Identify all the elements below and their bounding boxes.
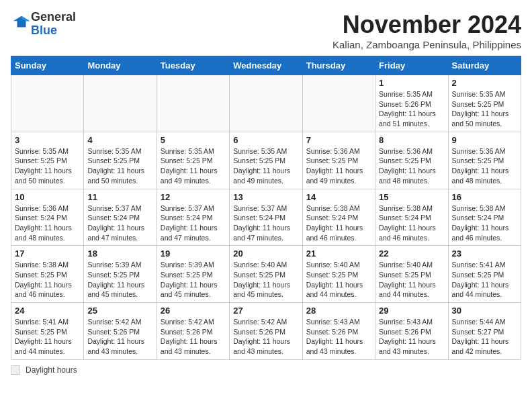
day-info: Sunrise: 5:42 AM Sunset: 5:26 PM Dayligh… [161, 317, 226, 357]
month-title: November 2024 [332, 11, 521, 39]
legend-label: Daylight hours [26, 365, 77, 375]
calendar-cell: 1Sunrise: 5:35 AM Sunset: 5:26 PM Daylig… [375, 75, 448, 132]
day-number: 15 [379, 192, 444, 202]
day-number: 8 [379, 135, 444, 145]
calendar-week-2: 3Sunrise: 5:35 AM Sunset: 5:25 PM Daylig… [11, 132, 521, 189]
calendar-header-wednesday: Wednesday [230, 56, 302, 75]
calendar-header-tuesday: Tuesday [157, 56, 229, 75]
day-info: Sunrise: 5:43 AM Sunset: 5:26 PM Dayligh… [379, 317, 444, 357]
day-number: 9 [452, 135, 517, 145]
day-info: Sunrise: 5:38 AM Sunset: 5:24 PM Dayligh… [306, 203, 371, 243]
calendar-cell: 13Sunrise: 5:37 AM Sunset: 5:24 PM Dayli… [230, 189, 302, 246]
day-info: Sunrise: 5:42 AM Sunset: 5:26 PM Dayligh… [87, 317, 152, 357]
day-info: Sunrise: 5:35 AM Sunset: 5:26 PM Dayligh… [379, 89, 444, 129]
day-number: 6 [233, 135, 298, 145]
calendar-cell: 3Sunrise: 5:35 AM Sunset: 5:25 PM Daylig… [11, 132, 84, 189]
day-number: 28 [306, 306, 371, 316]
day-info: Sunrise: 5:40 AM Sunset: 5:25 PM Dayligh… [306, 260, 371, 300]
calendar-cell: 16Sunrise: 5:38 AM Sunset: 5:24 PM Dayli… [448, 189, 521, 246]
legend: Daylight hours [11, 365, 521, 375]
day-info: Sunrise: 5:38 AM Sunset: 5:24 PM Dayligh… [452, 203, 517, 243]
location-subtitle: Kalian, Zamboanga Peninsula, Philippines [332, 39, 521, 50]
day-number: 14 [306, 192, 371, 202]
day-number: 24 [15, 306, 80, 316]
day-info: Sunrise: 5:35 AM Sunset: 5:25 PM Dayligh… [233, 146, 298, 186]
day-info: Sunrise: 5:41 AM Sunset: 5:25 PM Dayligh… [15, 317, 80, 357]
day-info: Sunrise: 5:37 AM Sunset: 5:24 PM Dayligh… [161, 203, 226, 243]
day-number: 22 [379, 248, 444, 259]
day-number: 27 [233, 306, 298, 316]
calendar-cell: 8Sunrise: 5:36 AM Sunset: 5:25 PM Daylig… [375, 132, 448, 189]
day-info: Sunrise: 5:40 AM Sunset: 5:25 PM Dayligh… [379, 260, 444, 300]
day-number: 30 [452, 306, 517, 316]
day-info: Sunrise: 5:36 AM Sunset: 5:25 PM Dayligh… [452, 146, 517, 186]
calendar-cell: 22Sunrise: 5:40 AM Sunset: 5:25 PM Dayli… [375, 246, 448, 303]
calendar-cell: 15Sunrise: 5:38 AM Sunset: 5:24 PM Dayli… [375, 189, 448, 246]
calendar-cell: 30Sunrise: 5:44 AM Sunset: 5:27 PM Dayli… [448, 303, 521, 360]
calendar-header-thursday: Thursday [302, 56, 375, 75]
calendar-cell [157, 75, 229, 132]
day-number: 16 [452, 192, 517, 202]
calendar-cell [84, 75, 157, 132]
legend-box [11, 365, 20, 375]
day-info: Sunrise: 5:39 AM Sunset: 5:25 PM Dayligh… [87, 260, 152, 300]
calendar-cell: 20Sunrise: 5:40 AM Sunset: 5:25 PM Dayli… [230, 246, 302, 303]
logo-bird-icon [12, 13, 31, 32]
calendar-week-1: 1Sunrise: 5:35 AM Sunset: 5:26 PM Daylig… [11, 75, 521, 132]
calendar-cell [302, 75, 375, 132]
calendar-cell: 24Sunrise: 5:41 AM Sunset: 5:25 PM Dayli… [11, 303, 84, 360]
calendar-header-saturday: Saturday [448, 56, 521, 75]
day-info: Sunrise: 5:38 AM Sunset: 5:24 PM Dayligh… [379, 203, 444, 243]
day-info: Sunrise: 5:37 AM Sunset: 5:24 PM Dayligh… [233, 203, 298, 243]
day-number: 25 [87, 306, 152, 316]
day-number: 5 [161, 135, 226, 145]
day-info: Sunrise: 5:35 AM Sunset: 5:25 PM Dayligh… [15, 146, 80, 186]
day-number: 10 [15, 192, 80, 202]
day-number: 21 [306, 248, 371, 259]
calendar-cell: 6Sunrise: 5:35 AM Sunset: 5:25 PM Daylig… [230, 132, 302, 189]
calendar-cell: 23Sunrise: 5:41 AM Sunset: 5:25 PM Dayli… [448, 246, 521, 303]
day-info: Sunrise: 5:44 AM Sunset: 5:27 PM Dayligh… [452, 317, 517, 357]
calendar-cell: 28Sunrise: 5:43 AM Sunset: 5:26 PM Dayli… [302, 303, 375, 360]
calendar-cell: 7Sunrise: 5:36 AM Sunset: 5:25 PM Daylig… [302, 132, 375, 189]
logo: General Blue [11, 11, 76, 38]
logo-general-text: General [31, 10, 76, 24]
calendar-cell: 4Sunrise: 5:35 AM Sunset: 5:25 PM Daylig… [84, 132, 157, 189]
day-number: 13 [233, 192, 298, 202]
calendar-cell: 17Sunrise: 5:38 AM Sunset: 5:25 PM Dayli… [11, 246, 84, 303]
day-info: Sunrise: 5:36 AM Sunset: 5:25 PM Dayligh… [306, 146, 371, 186]
logo-blue-text: Blue [31, 24, 57, 37]
day-info: Sunrise: 5:37 AM Sunset: 5:24 PM Dayligh… [87, 203, 152, 243]
day-number: 2 [452, 78, 517, 88]
day-number: 20 [233, 248, 298, 259]
day-info: Sunrise: 5:39 AM Sunset: 5:25 PM Dayligh… [161, 260, 226, 300]
day-number: 26 [161, 306, 226, 316]
day-number: 3 [15, 135, 80, 145]
calendar-header-row: SundayMondayTuesdayWednesdayThursdayFrid… [11, 56, 521, 75]
calendar-week-5: 24Sunrise: 5:41 AM Sunset: 5:25 PM Dayli… [11, 303, 521, 360]
day-info: Sunrise: 5:43 AM Sunset: 5:26 PM Dayligh… [306, 317, 371, 357]
day-info: Sunrise: 5:36 AM Sunset: 5:24 PM Dayligh… [15, 203, 80, 243]
day-number: 12 [161, 192, 226, 202]
calendar-cell [230, 75, 302, 132]
calendar-header-monday: Monday [84, 56, 157, 75]
calendar-cell: 25Sunrise: 5:42 AM Sunset: 5:26 PM Dayli… [84, 303, 157, 360]
calendar-table: SundayMondayTuesdayWednesdayThursdayFrid… [11, 56, 521, 360]
calendar-cell: 19Sunrise: 5:39 AM Sunset: 5:25 PM Dayli… [157, 246, 229, 303]
calendar-cell: 12Sunrise: 5:37 AM Sunset: 5:24 PM Dayli… [157, 189, 229, 246]
calendar-header-friday: Friday [375, 56, 448, 75]
calendar-week-4: 17Sunrise: 5:38 AM Sunset: 5:25 PM Dayli… [11, 246, 521, 303]
day-info: Sunrise: 5:42 AM Sunset: 5:26 PM Dayligh… [233, 317, 298, 357]
calendar-cell: 21Sunrise: 5:40 AM Sunset: 5:25 PM Dayli… [302, 246, 375, 303]
day-info: Sunrise: 5:41 AM Sunset: 5:25 PM Dayligh… [452, 260, 517, 300]
calendar-cell: 2Sunrise: 5:35 AM Sunset: 5:25 PM Daylig… [448, 75, 521, 132]
calendar-cell: 29Sunrise: 5:43 AM Sunset: 5:26 PM Dayli… [375, 303, 448, 360]
title-area: November 2024 Kalian, Zamboanga Peninsul… [332, 11, 521, 50]
calendar-cell: 27Sunrise: 5:42 AM Sunset: 5:26 PM Dayli… [230, 303, 302, 360]
day-number: 7 [306, 135, 371, 145]
day-info: Sunrise: 5:36 AM Sunset: 5:25 PM Dayligh… [379, 146, 444, 186]
calendar-cell [11, 75, 84, 132]
calendar-cell: 26Sunrise: 5:42 AM Sunset: 5:26 PM Dayli… [157, 303, 229, 360]
day-number: 23 [452, 248, 517, 259]
day-number: 1 [379, 78, 444, 88]
